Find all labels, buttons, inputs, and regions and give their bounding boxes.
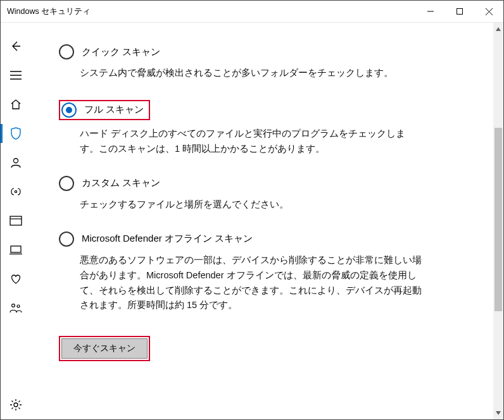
nav-back-button[interactable] xyxy=(1,32,31,61)
heart-icon xyxy=(9,273,23,285)
scroll-down-button[interactable] xyxy=(493,408,503,418)
radio-icon xyxy=(59,44,74,59)
svg-rect-9 xyxy=(10,216,22,225)
option-custom-scan-label: カスタム スキャン xyxy=(82,177,160,189)
close-icon xyxy=(486,8,493,15)
option-full-scan-label: フル スキャン xyxy=(84,104,144,116)
radio-icon xyxy=(61,102,77,118)
svg-point-15 xyxy=(14,403,18,407)
scroll-thumb[interactable] xyxy=(495,128,502,311)
option-quick-scan-label: クイック スキャン xyxy=(82,46,160,58)
nav-menu-button[interactable] xyxy=(1,61,31,90)
hamburger-icon xyxy=(10,71,22,80)
scan-options-panel: クイック スキャン システム内で脅威が検出されることが多いフォルダーをチェックし… xyxy=(31,23,493,419)
nav-app-browser-control[interactable] xyxy=(1,206,31,235)
gear-icon xyxy=(9,398,22,411)
content-wrap: クイック スキャン システム内で脅威が検出されることが多いフォルダーをチェックし… xyxy=(31,23,503,419)
chevron-down-icon xyxy=(496,411,501,415)
svg-point-7 xyxy=(14,159,18,163)
maximize-button[interactable] xyxy=(445,1,474,22)
window-controls xyxy=(416,1,503,22)
nav-firewall[interactable] xyxy=(1,177,31,206)
minimize-icon xyxy=(427,8,434,15)
option-offline-scan-desc: 悪意のあるソフトウェアの一部は、デバイスから削除することが非常に難しい場合があり… xyxy=(80,253,422,314)
nav-settings[interactable] xyxy=(1,390,31,419)
home-icon xyxy=(9,98,22,111)
option-custom-scan[interactable]: カスタム スキャン xyxy=(59,176,478,191)
sidebar xyxy=(1,23,31,419)
radio-icon xyxy=(59,232,74,247)
nav-family-options[interactable] xyxy=(1,293,31,323)
family-icon xyxy=(9,302,23,314)
svg-point-8 xyxy=(15,190,16,192)
nav-home[interactable] xyxy=(1,90,31,119)
svg-point-13 xyxy=(12,304,15,307)
option-quick-scan-desc: システム内で脅威が検出されることが多いフォルダーをチェックします。 xyxy=(80,66,422,81)
svg-rect-11 xyxy=(11,246,21,252)
option-offline-scan[interactable]: Microsoft Defender オフライン スキャン xyxy=(59,232,478,247)
windows-security-window: Windows セキュリティ xyxy=(0,0,504,420)
minimize-button[interactable] xyxy=(416,1,445,22)
svg-rect-1 xyxy=(457,9,463,15)
option-full-scan-desc: ハード ディスク上のすべてのファイルと実行中のプログラムをチェックします。このス… xyxy=(80,127,422,157)
radio-icon xyxy=(59,176,74,191)
nav-device-performance[interactable] xyxy=(1,264,31,293)
vertical-scrollbar[interactable] xyxy=(493,23,503,419)
close-button[interactable] xyxy=(474,1,503,22)
firewall-icon xyxy=(9,186,23,197)
nav-account-protection[interactable] xyxy=(1,148,31,177)
nav-device-security[interactable] xyxy=(1,235,31,264)
account-icon xyxy=(9,156,22,169)
device-icon xyxy=(9,245,22,255)
shield-icon xyxy=(9,127,22,140)
scroll-up-button[interactable] xyxy=(493,24,503,34)
svg-point-14 xyxy=(17,305,20,307)
window-title: Windows セキュリティ xyxy=(7,6,91,17)
option-offline-scan-label: Microsoft Defender オフライン スキャン xyxy=(82,233,253,245)
chevron-up-icon xyxy=(496,27,501,31)
scan-now-highlight: 今すぐスキャン xyxy=(59,336,150,361)
scroll-track[interactable] xyxy=(493,34,503,408)
option-quick-scan[interactable]: クイック スキャン xyxy=(59,44,478,59)
option-custom-scan-desc: チェックするファイルと場所を選んでください。 xyxy=(80,197,422,213)
titlebar: Windows セキュリティ xyxy=(1,1,503,23)
window-body: クイック スキャン システム内で脅威が検出されることが多いフォルダーをチェックし… xyxy=(1,23,503,419)
back-arrow-icon xyxy=(9,40,22,52)
maximize-icon xyxy=(457,8,463,15)
app-control-icon xyxy=(9,216,22,226)
scan-now-button[interactable]: 今すぐスキャン xyxy=(61,338,148,359)
nav-virus-protection[interactable] xyxy=(1,119,31,148)
option-full-scan[interactable]: フル スキャン xyxy=(59,100,150,120)
